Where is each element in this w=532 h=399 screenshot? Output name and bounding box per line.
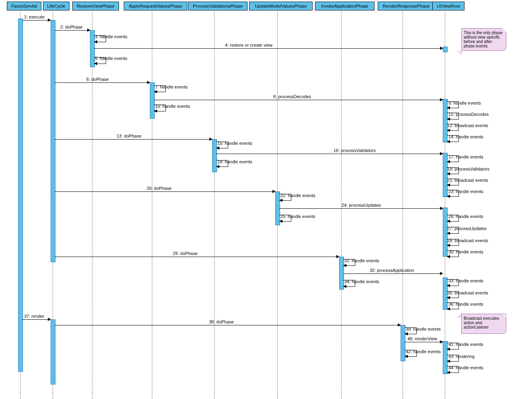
msg-label: 29: doPhase (173, 251, 198, 256)
note-box: This is the only phase without view spec… (461, 28, 506, 51)
lifeline-invokeapp: InvokeApplicationPhase (315, 2, 374, 10)
lifeline-processvalidations: ProcessValidationsPhase (188, 2, 248, 10)
msg-arrow (55, 325, 401, 325)
lifeline-uiviewroot: UIViewRoot (432, 2, 464, 10)
msg-label: 10: handle events (155, 104, 190, 109)
msg-label: 36: handle events (448, 302, 483, 306)
lifeline-restoreview: RestoreViewPhase (72, 2, 119, 10)
msg-label: 30: handle events (448, 249, 483, 254)
msg-label: 33: handle events (448, 278, 483, 283)
msg-label: 5: handle events (95, 56, 127, 61)
msg-label: 37: render (24, 314, 44, 319)
msg-label: 1: execute (24, 14, 45, 19)
msg-arrow (216, 154, 443, 154)
lifeline-lifecycle: LifeCycle (43, 2, 70, 10)
msg-label: 12: broadcast events (447, 123, 488, 128)
lifeline-line (92, 11, 92, 399)
msg-label: 34: handle events (344, 279, 379, 284)
msg-arrow (22, 20, 51, 21)
msg-arrow (279, 208, 443, 209)
lifeline-line (152, 11, 152, 399)
msg-label: 15: handle events (217, 141, 252, 146)
msg-label: 2: doPhase (60, 25, 83, 29)
sequence-diagram: FacesServlet LifeCycle RestoreViewPhase … (0, 0, 532, 399)
msg-label: 38: doPhase (209, 319, 234, 324)
lifeline-facesservlet: FacesServlet (7, 2, 41, 10)
msg-label: 39: handle events (406, 327, 441, 331)
msg-arrow (55, 30, 90, 31)
msg-label: 20: doPhase (147, 186, 172, 191)
msg-label: 6: doPhase (86, 77, 109, 82)
msg-label: 44: handle events (448, 365, 483, 370)
msg-label: 13: doPhase (117, 134, 141, 138)
msg-label: 43: rendering (448, 354, 475, 359)
msg-arrow (55, 257, 339, 257)
activation (51, 319, 55, 385)
msg-arrow (55, 82, 150, 83)
msg-label: 21: broadcast events (447, 178, 488, 183)
msg-label: 11: processDecodes (448, 112, 489, 117)
msg-label: 4: restore or create view (225, 43, 272, 47)
msg-label: 7: handle events (155, 84, 188, 89)
msg-arrow (154, 100, 443, 100)
msg-label: 8: processDecodes (273, 94, 311, 99)
note-callout (456, 51, 462, 56)
msg-label: 35: broadcast events (447, 290, 488, 295)
msg-arrow (55, 139, 212, 140)
msg-label: 42: handle events (406, 349, 441, 354)
msg-label: 17: handle events (448, 154, 483, 159)
msg-label: 19: processValidators (447, 167, 489, 171)
note-box: Broadcast executes action and actionList… (461, 314, 506, 334)
msg-label: 3: handle events (95, 34, 127, 39)
msg-label: 25: handle events (280, 214, 315, 219)
msg-arrow (94, 48, 443, 49)
msg-label: 9: handle events (448, 101, 481, 105)
msg-label: 16: processValidators (334, 148, 376, 153)
lifeline-line (214, 11, 215, 399)
msg-arrow (22, 319, 51, 320)
note-text: This is the only phase without view spec… (464, 31, 503, 48)
msg-label: 14: handle events (448, 134, 483, 139)
msg-arrow (343, 274, 443, 274)
msg-label: 27: processUpdates (447, 226, 487, 231)
msg-arrow (405, 342, 443, 342)
msg-label: 32: processApplication (370, 268, 414, 273)
msg-label: 24: processUpdates (342, 203, 381, 208)
msg-label: 18: handle events (217, 159, 252, 164)
msg-label: 31: handle events (344, 258, 379, 263)
lifeline-renderresponse: RenderResponsePhase (378, 2, 435, 10)
activation (18, 19, 23, 372)
lifeline-updatemodel: UpdateModelValuesPhase (249, 2, 313, 10)
msg-arrow (55, 191, 275, 192)
msg-label: 23: handle events (448, 189, 483, 194)
lifeline-applyrequest: ApplyRequestValuesPhase (124, 2, 187, 10)
activation (51, 20, 55, 262)
msg-label: 41: handle events (448, 342, 483, 347)
msg-label: 28: broadcast events (447, 238, 488, 243)
note-text: Broadcast executes action and actionList… (464, 316, 499, 329)
msg-label: 26: handle events (448, 214, 483, 219)
msg-label: 40: renderView (407, 336, 437, 341)
activation (443, 47, 448, 52)
msg-label: 22: handle events (280, 193, 315, 198)
